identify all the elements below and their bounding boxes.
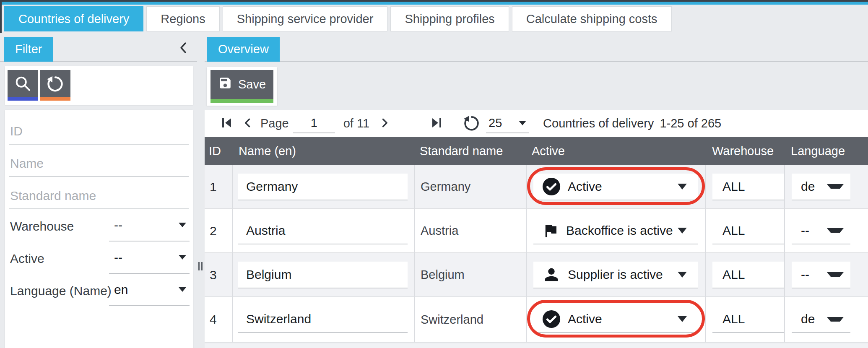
reset-filter-button[interactable] bbox=[40, 70, 70, 101]
language-filter-value: en bbox=[114, 283, 128, 297]
language-filter-select[interactable]: en bbox=[109, 274, 190, 306]
chevron-left-icon bbox=[242, 116, 254, 131]
first-page-button[interactable] bbox=[220, 116, 234, 131]
row-language-cell: -- bbox=[784, 209, 867, 252]
caret-down-icon bbox=[827, 272, 844, 277]
row-language-cell: de bbox=[784, 297, 867, 342]
row-active-cell: Active bbox=[526, 297, 705, 342]
language-select[interactable]: -- bbox=[792, 262, 850, 288]
active-select[interactable]: Supplier is active bbox=[533, 262, 698, 288]
warehouse-filter-value: -- bbox=[114, 218, 122, 232]
active-status-label: Active bbox=[568, 179, 602, 194]
person-icon bbox=[542, 265, 561, 284]
last-page-button[interactable] bbox=[430, 116, 443, 131]
filter-field-language: Language (Name) en bbox=[9, 274, 189, 306]
save-button[interactable]: Save bbox=[211, 70, 273, 103]
country-name-input[interactable] bbox=[238, 312, 408, 326]
name-input-box bbox=[238, 306, 408, 333]
tab-calculate-shipping-costs[interactable]: Calculate shipping costs bbox=[512, 6, 672, 31]
refresh-button[interactable] bbox=[463, 114, 481, 133]
row-id: 4 bbox=[205, 297, 232, 342]
language-value: -- bbox=[792, 267, 809, 282]
header-name-en: Name (en) bbox=[232, 144, 414, 158]
window-left-border bbox=[0, 0, 2, 33]
country-name-input[interactable] bbox=[238, 179, 408, 194]
filter-panel: Filter bbox=[0, 36, 197, 348]
search-icon bbox=[13, 74, 32, 94]
standard-name-text: Austria bbox=[415, 224, 458, 238]
warehouse-value: ALL bbox=[712, 223, 745, 238]
active-status-label: Active bbox=[568, 312, 602, 326]
tab-shipping-profiles[interactable]: Shipping profiles bbox=[390, 6, 509, 31]
language-select[interactable]: de bbox=[792, 306, 850, 333]
standard-name-text: Switzerland bbox=[415, 313, 483, 327]
page-number-input[interactable] bbox=[293, 114, 335, 133]
active-status-label: Supplier is active bbox=[568, 267, 663, 282]
row-warehouse-cell: ALL bbox=[705, 297, 784, 342]
language-select[interactable]: de bbox=[792, 174, 850, 200]
row-warehouse-cell: ALL bbox=[705, 253, 784, 296]
warehouse-box[interactable]: ALL bbox=[712, 306, 784, 333]
active-filter-select[interactable]: -- bbox=[109, 242, 190, 274]
tab-filter[interactable]: Filter bbox=[4, 37, 53, 62]
results-summary-range: 1-25 of 265 bbox=[660, 117, 721, 130]
warehouse-box[interactable]: ALL bbox=[712, 174, 784, 200]
active-select[interactable]: Active bbox=[533, 174, 698, 200]
table-row-partial bbox=[205, 343, 868, 348]
standard-name-filter-input[interactable] bbox=[9, 177, 189, 208]
chevron-left-icon bbox=[180, 42, 187, 55]
warehouse-value: ALL bbox=[712, 267, 745, 282]
tab-shipping-service-provider[interactable]: Shipping service provider bbox=[223, 6, 388, 31]
id-filter-input[interactable] bbox=[9, 112, 189, 144]
filter-form-card: Warehouse -- Active -- Language (Name) e… bbox=[5, 110, 193, 348]
row-name-cell bbox=[232, 253, 414, 296]
row-name-cell bbox=[232, 297, 414, 342]
table-row: 2 Austria Backoffice is active bbox=[205, 209, 868, 253]
chevron-right-icon bbox=[379, 116, 390, 131]
active-select[interactable]: Backoffice is active bbox=[533, 218, 698, 244]
tab-countries-of-delivery[interactable]: Countries of delivery bbox=[4, 6, 143, 31]
country-name-input[interactable] bbox=[238, 267, 408, 282]
caret-down-icon bbox=[678, 184, 687, 190]
row-warehouse-cell: ALL bbox=[705, 165, 784, 208]
tab-regions[interactable]: Regions bbox=[146, 6, 219, 31]
next-page-button[interactable] bbox=[379, 116, 390, 131]
row-language-cell: -- bbox=[784, 253, 867, 296]
warehouse-filter-select[interactable]: -- bbox=[109, 209, 190, 242]
warehouse-box[interactable]: ALL bbox=[712, 262, 784, 288]
last-page-icon bbox=[430, 116, 443, 131]
panel-splitter[interactable] bbox=[197, 36, 205, 348]
filter-toolbar-card bbox=[5, 66, 193, 105]
header-warehouse: Warehouse bbox=[705, 144, 784, 158]
collapse-panel-button[interactable] bbox=[176, 41, 190, 57]
check-circle-icon bbox=[542, 177, 561, 196]
active-select[interactable]: Active bbox=[533, 306, 698, 333]
tab-overview[interactable]: Overview bbox=[207, 37, 280, 62]
header-language: Language bbox=[784, 144, 867, 158]
name-filter-input[interactable] bbox=[9, 145, 189, 176]
header-active: Active bbox=[526, 144, 705, 158]
caret-down-icon bbox=[678, 228, 687, 234]
language-value: -- bbox=[792, 223, 809, 238]
name-input-box bbox=[238, 262, 408, 288]
pagination-bar: Page of 11 25 Countries of delivery1-25 … bbox=[205, 110, 868, 137]
rows-per-page-select[interactable]: 25 bbox=[486, 114, 529, 133]
country-name-input[interactable] bbox=[238, 223, 408, 238]
refresh-icon bbox=[463, 114, 481, 133]
header-standard-name: Standard name bbox=[414, 144, 526, 158]
language-select[interactable]: -- bbox=[792, 218, 850, 244]
rows-per-page-value: 25 bbox=[489, 116, 502, 130]
active-filter-label: Active bbox=[10, 252, 44, 266]
name-input-box bbox=[238, 218, 408, 244]
caret-down-icon bbox=[179, 255, 186, 260]
check-circle-icon bbox=[542, 309, 561, 329]
table-row: 3 Belgium Supplier is active bbox=[205, 253, 868, 297]
standard-name-text: Germany bbox=[415, 180, 470, 194]
warehouse-box[interactable]: ALL bbox=[712, 218, 784, 244]
search-button[interactable] bbox=[8, 70, 38, 101]
filter-field-id bbox=[9, 112, 189, 145]
row-id: 3 bbox=[205, 253, 232, 296]
warehouse-value: ALL bbox=[712, 179, 745, 194]
caret-down-icon bbox=[678, 272, 687, 278]
previous-page-button[interactable] bbox=[242, 116, 254, 131]
